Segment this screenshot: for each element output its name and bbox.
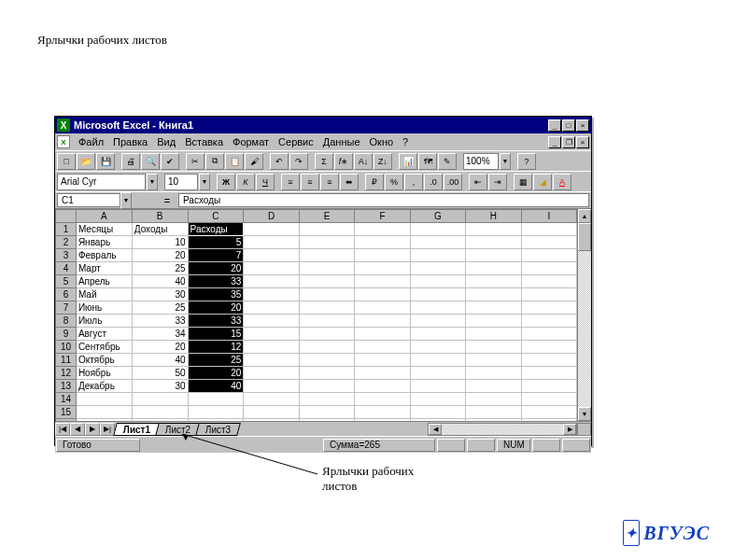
save-icon[interactable]: 💾: [96, 153, 115, 170]
cell-I5[interactable]: [521, 275, 576, 288]
cell-H11[interactable]: [466, 354, 521, 367]
map-icon[interactable]: 🗺: [418, 153, 437, 170]
cell-E3[interactable]: [299, 249, 354, 262]
menu-format[interactable]: Формат: [228, 136, 274, 147]
cell-A5[interactable]: Апрель: [76, 275, 132, 288]
cell-D16[interactable]: [244, 419, 299, 422]
cut-icon[interactable]: ✂: [186, 153, 204, 170]
cell-B4[interactable]: 25: [132, 262, 188, 275]
cell-C3[interactable]: 7: [188, 249, 244, 262]
cell-I6[interactable]: [521, 288, 576, 301]
cell-C4[interactable]: 20: [188, 262, 244, 275]
tab-nav-prev-icon[interactable]: ◀: [70, 423, 85, 436]
spellcheck-icon[interactable]: ✔: [161, 153, 179, 170]
sort-asc-icon[interactable]: A↓: [354, 153, 373, 170]
workbook-icon[interactable]: X: [57, 135, 70, 148]
cell-G3[interactable]: [410, 249, 465, 262]
cell-E11[interactable]: [299, 354, 354, 367]
cell-I4[interactable]: [521, 262, 576, 275]
cell-E4[interactable]: [299, 262, 354, 275]
sheet-tab-Лист1[interactable]: Лист1: [113, 423, 161, 436]
cell-A13[interactable]: Декабрь: [76, 380, 132, 393]
cell-D4[interactable]: [244, 262, 299, 275]
cell-B15[interactable]: [132, 406, 188, 419]
cell-F4[interactable]: [355, 262, 410, 275]
align-center-icon[interactable]: ≡: [301, 174, 319, 190]
cell-A7[interactable]: Июнь: [76, 301, 132, 315]
cell-C1[interactable]: Расходы: [188, 223, 244, 236]
function-icon[interactable]: f∗: [334, 153, 353, 170]
cell-H8[interactable]: [466, 315, 521, 328]
col-header-A[interactable]: A: [76, 210, 132, 223]
row-header-3[interactable]: 3: [56, 249, 77, 262]
name-box-dropdown-icon[interactable]: ▼: [120, 192, 132, 209]
cell-I10[interactable]: [521, 341, 576, 354]
cell-C11[interactable]: 25: [188, 354, 244, 367]
italic-icon[interactable]: К: [236, 174, 255, 190]
maximize-button[interactable]: □: [562, 119, 575, 132]
cell-H16[interactable]: [466, 419, 521, 422]
indent-dec-icon[interactable]: ⇤: [469, 174, 487, 190]
scroll-down-icon[interactable]: ▼: [578, 407, 591, 421]
currency-icon[interactable]: ₽: [365, 174, 384, 190]
cell-A11[interactable]: Октябрь: [76, 354, 132, 367]
cell-I12[interactable]: [521, 367, 576, 380]
zoom-dropdown-icon[interactable]: ▼: [500, 153, 511, 170]
cell-B13[interactable]: 30: [132, 380, 188, 393]
cell-G13[interactable]: [410, 380, 465, 393]
cell-H5[interactable]: [466, 275, 521, 288]
cell-F1[interactable]: [355, 223, 410, 236]
col-header-B[interactable]: B: [132, 210, 188, 223]
redo-icon[interactable]: ↷: [289, 153, 308, 170]
row-header-12[interactable]: 12: [56, 367, 77, 380]
cell-B5[interactable]: 40: [132, 275, 188, 288]
open-icon[interactable]: 📂: [77, 153, 95, 170]
row-header-10[interactable]: 10: [56, 341, 77, 354]
cell-F2[interactable]: [355, 236, 410, 249]
cell-G11[interactable]: [410, 354, 465, 367]
cell-G9[interactable]: [410, 328, 465, 341]
cell-G16[interactable]: [410, 419, 465, 422]
cell-I16[interactable]: [521, 419, 576, 422]
sort-desc-icon[interactable]: Z↓: [374, 153, 392, 170]
cell-I13[interactable]: [521, 380, 576, 393]
cell-E2[interactable]: [299, 236, 354, 249]
cell-F8[interactable]: [355, 315, 410, 328]
name-box[interactable]: C1: [57, 193, 120, 207]
cell-B14[interactable]: [132, 393, 188, 406]
indent-inc-icon[interactable]: ⇥: [488, 174, 507, 190]
cell-D2[interactable]: [244, 236, 299, 249]
cell-D8[interactable]: [244, 315, 299, 328]
doc-minimize-button[interactable]: _: [548, 136, 561, 148]
cell-G7[interactable]: [410, 301, 465, 315]
cell-C7[interactable]: 20: [188, 301, 244, 315]
cell-A2[interactable]: Январь: [76, 236, 132, 249]
cell-C15[interactable]: [188, 406, 244, 419]
font-name-dropdown-icon[interactable]: ▼: [147, 174, 158, 190]
cell-G12[interactable]: [410, 367, 465, 380]
cell-B16[interactable]: [132, 419, 188, 422]
zoom-box[interactable]: 100%: [463, 153, 499, 170]
cell-D5[interactable]: [244, 275, 299, 288]
col-header-C[interactable]: C: [188, 210, 244, 223]
cell-D15[interactable]: [244, 406, 299, 419]
col-header-H[interactable]: H: [466, 210, 521, 223]
cell-I15[interactable]: [521, 406, 576, 419]
cell-D10[interactable]: [244, 341, 299, 354]
cell-C13[interactable]: 40: [188, 380, 244, 393]
cell-H6[interactable]: [466, 288, 521, 301]
cell-B9[interactable]: 34: [132, 328, 188, 341]
cell-E7[interactable]: [299, 301, 354, 315]
tab-nav-next-icon[interactable]: ▶: [85, 423, 100, 436]
col-header-E[interactable]: E: [299, 210, 354, 223]
cell-E6[interactable]: [299, 288, 354, 301]
cell-B10[interactable]: 20: [132, 341, 188, 354]
cell-C6[interactable]: 35: [188, 288, 244, 301]
percent-icon[interactable]: %: [385, 174, 403, 190]
cell-G1[interactable]: [410, 223, 465, 236]
row-header-9[interactable]: 9: [56, 328, 77, 341]
cell-H10[interactable]: [466, 341, 521, 354]
cell-H7[interactable]: [466, 301, 521, 315]
cell-H4[interactable]: [466, 262, 521, 275]
font-size-dropdown-icon[interactable]: ▼: [199, 174, 210, 190]
